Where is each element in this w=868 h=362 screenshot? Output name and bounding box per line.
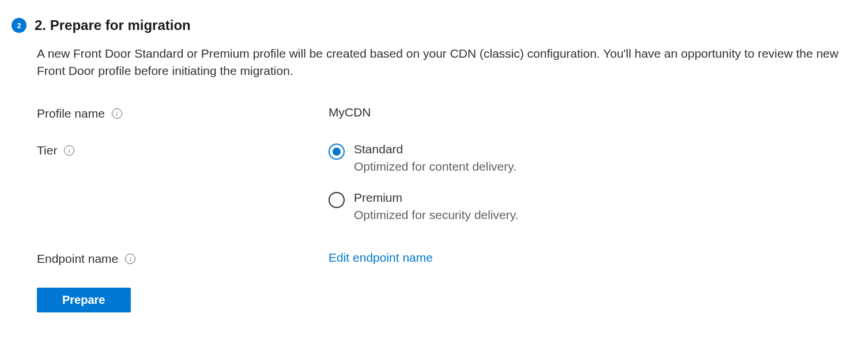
radio-circle-icon (329, 144, 345, 160)
prepare-button[interactable]: Prepare (37, 288, 131, 312)
step-header: 2 2. Prepare for migration (12, 17, 856, 33)
edit-endpoint-name-link[interactable]: Edit endpoint name (329, 251, 433, 264)
profile-name-label: Profile name (37, 107, 105, 120)
radio-dot-icon (333, 148, 341, 156)
radio-text: Standard Optimized for content delivery. (354, 142, 516, 174)
profile-name-value: MyCDN (329, 105, 371, 119)
profile-name-label-col: Profile name i (37, 105, 329, 120)
tier-option-standard[interactable]: Standard Optimized for content delivery. (329, 142, 856, 174)
radio-text: Premium Optimized for security delivery. (354, 191, 519, 222)
tier-radio-group: Standard Optimized for content delivery.… (329, 142, 856, 222)
step-title: 2. Prepare for migration (35, 17, 191, 33)
form-section: Profile name i MyCDN Tier i Standard Opt… (37, 105, 856, 266)
tier-option-description: Optimized for content delivery. (354, 160, 516, 174)
endpoint-name-label-col: Endpoint name i (37, 251, 329, 266)
tier-label-col: Tier i (37, 142, 329, 157)
endpoint-name-value-col: Edit endpoint name (329, 251, 856, 265)
step-description: A new Front Door Standard or Premium pro… (37, 45, 844, 80)
tier-option-label: Premium (354, 191, 519, 205)
tier-label: Tier (37, 144, 57, 157)
info-icon[interactable]: i (64, 145, 74, 156)
tier-value-col: Standard Optimized for content delivery.… (329, 142, 856, 222)
endpoint-name-row: Endpoint name i Edit endpoint name (37, 251, 856, 266)
tier-option-premium[interactable]: Premium Optimized for security delivery. (329, 191, 856, 222)
tier-option-description: Optimized for security delivery. (354, 208, 519, 222)
tier-row: Tier i Standard Optimized for content de… (37, 142, 856, 222)
radio-circle-icon (329, 192, 345, 208)
tier-option-label: Standard (354, 142, 516, 156)
info-icon[interactable]: i (125, 254, 135, 264)
step-number-badge: 2 (12, 18, 27, 33)
button-row: Prepare (37, 288, 856, 312)
endpoint-name-label: Endpoint name (37, 252, 118, 266)
profile-name-value-col: MyCDN (329, 105, 856, 119)
profile-name-row: Profile name i MyCDN (37, 105, 856, 120)
info-icon[interactable]: i (112, 108, 122, 119)
